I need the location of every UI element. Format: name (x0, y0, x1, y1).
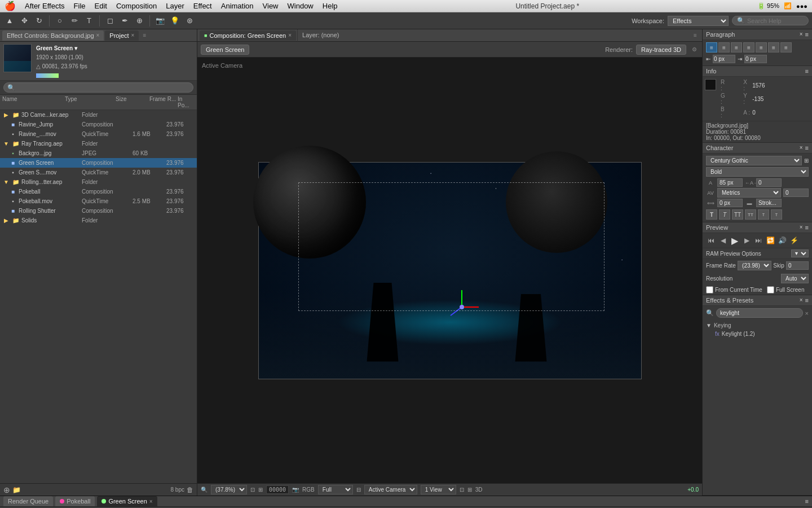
col-header-name[interactable]: Name (2, 96, 65, 108)
font-style-select[interactable]: Bold Regular Italic (706, 167, 809, 177)
skip-forward-btn[interactable]: ⏭ (753, 235, 764, 246)
font-size-field[interactable] (717, 178, 743, 187)
panel-menu-icon[interactable]: ≡ (805, 224, 809, 231)
new-folder-icon[interactable]: 📁 (12, 486, 21, 494)
tab-render-queue[interactable]: Render Queue (3, 496, 53, 506)
align-center-btn[interactable]: ≡ (718, 42, 730, 52)
smallcaps-btn[interactable]: TT (745, 209, 756, 220)
resolution-select[interactable]: Auto Full Half (781, 274, 809, 283)
character-header[interactable]: Character × ≡ (703, 143, 812, 154)
zoom-select[interactable]: (37.8%) 50% 100% (211, 485, 247, 494)
keying-group[interactable]: ▼ Keying (706, 321, 809, 330)
render-icon[interactable]: ⊡ (460, 487, 464, 493)
list-item[interactable]: ▼ 📁 Ray Tracing.aep Folder (0, 139, 197, 148)
panel-menu-icon[interactable]: ≡ (805, 68, 809, 75)
close-icon[interactable]: × (800, 297, 803, 304)
tool-puppet[interactable]: ⊛ (183, 15, 196, 27)
col-header-size[interactable]: Size (116, 96, 149, 108)
effects-header[interactable]: Effects & Presets × ≡ (703, 295, 812, 306)
step-back-btn[interactable]: ◀ (718, 235, 728, 246)
new-comp-icon[interactable]: ⊕ (3, 485, 10, 494)
menu-edit[interactable]: Edit (95, 2, 107, 10)
indent-left-field[interactable] (713, 55, 735, 63)
col-header-inpoint[interactable]: In Po... (178, 96, 195, 108)
draft-btn[interactable]: ⚡ (789, 235, 799, 246)
menu-effect[interactable]: Effect (193, 2, 212, 10)
font-menu-icon[interactable]: ⊞ (804, 157, 809, 164)
tab-green-screen[interactable]: Green Screen × (97, 496, 157, 506)
close-icon[interactable]: × (131, 32, 135, 38)
menu-aftereffects[interactable]: After Effects (25, 2, 65, 10)
from-current-checkbox[interactable] (706, 286, 713, 294)
snapshot-icon[interactable]: 📷 (292, 487, 299, 493)
justify-all-btn[interactable]: ≡ (780, 42, 792, 52)
kerning-field[interactable] (783, 189, 809, 197)
full-screen-label[interactable]: Full Screen (767, 286, 805, 294)
tool-select[interactable]: ▲ (3, 15, 16, 27)
menu-view[interactable]: View (263, 2, 279, 10)
tool-rotate[interactable]: ↻ (33, 15, 45, 27)
list-item[interactable]: ■ Rolling Shutter Composition 23.976 (0, 206, 197, 216)
grid-icon[interactable]: ⊞ (467, 487, 472, 493)
close-icon[interactable]: × (800, 224, 803, 231)
show-channel[interactable]: RGB (302, 487, 315, 493)
preview-header[interactable]: Preview × ≡ (703, 222, 812, 233)
tab-project[interactable]: Project × (105, 30, 139, 41)
close-icon[interactable]: × (149, 498, 153, 505)
italic-btn[interactable]: T (719, 209, 730, 220)
list-item[interactable]: ■ Green Screen Composition 23.976 (0, 158, 197, 168)
menu-window[interactable]: Window (288, 2, 314, 10)
list-item[interactable]: ▪ Pokeball.mov QuickTime 2.5 MB 23.976 (0, 196, 197, 206)
col-header-fps[interactable]: Frame R... (149, 96, 178, 108)
keylight-item[interactable]: fx Keylight (1.2) (706, 330, 809, 338)
project-search-input[interactable] (3, 82, 193, 93)
tool-light[interactable]: 💡 (169, 15, 181, 27)
delete-icon[interactable]: 🗑 (187, 486, 193, 494)
menu-animation[interactable]: Animation (221, 2, 254, 10)
tool-ellipse[interactable]: ○ (54, 15, 66, 27)
settings-icon[interactable]: ⚙ (690, 45, 699, 54)
list-item[interactable]: ▪ Ravine_....mov QuickTime 1.6 MB 23.976 (0, 129, 197, 139)
tool-pen[interactable]: ✏ (68, 15, 81, 27)
justify-right-btn[interactable]: ≡ (768, 42, 779, 52)
3d-icon[interactable]: 3D (475, 487, 483, 493)
ram-preview-header[interactable]: RAM Preview Options ▼ (703, 248, 812, 259)
panel-menu-icon[interactable]: ≡ (140, 31, 149, 40)
audio-btn[interactable]: 🔊 (777, 235, 787, 246)
close-icon[interactable]: × (288, 32, 292, 38)
full-screen-checkbox[interactable] (767, 286, 774, 294)
tool-shape[interactable]: ◻ (104, 15, 116, 27)
from-current-label[interactable]: From Current Time (706, 286, 762, 294)
panel-menu-icon[interactable]: ≡ (805, 297, 809, 304)
horizontal-scale-field[interactable] (717, 199, 743, 207)
metrics-select[interactable]: Metrics Optical (717, 188, 781, 198)
paragraph-header[interactable]: Paragraph × ≡ (703, 29, 812, 40)
panel-menu-icon[interactable]: ≡ (805, 144, 809, 151)
list-item[interactable]: ▪ Backgro...jpg JPEG 60 KB (0, 148, 197, 158)
renderer-value[interactable]: Ray-traced 3D (636, 45, 686, 55)
list-item[interactable]: ▶ 📁 Solids Folder (0, 216, 197, 225)
info-header[interactable]: Info ≡ (703, 66, 812, 77)
effects-search-input[interactable] (716, 308, 803, 318)
tab-pokeball[interactable]: Pokeball (55, 496, 95, 506)
list-item[interactable]: ■ Pokeball Composition 23.976 (0, 187, 197, 196)
close-icon[interactable]: × (96, 32, 100, 38)
menu-composition[interactable]: Composition (116, 2, 157, 10)
indent-right-field[interactable] (744, 55, 767, 63)
align-left-btn[interactable]: ≡ (706, 42, 717, 52)
quality-select[interactable]: Full Half Third Quarter (318, 485, 353, 494)
justify-btn[interactable]: ≡ (743, 42, 754, 52)
tool-camera[interactable]: 📷 (154, 15, 166, 27)
list-item[interactable]: ▼ 📁 Rolling...tter.aep Folder (0, 177, 197, 187)
panel-menu-icon[interactable]: ≡ (805, 31, 809, 38)
apple-menu[interactable]: 🍎 (5, 1, 16, 11)
skip-field[interactable] (786, 261, 809, 270)
menu-file[interactable]: File (74, 2, 86, 10)
tool-paint[interactable]: ✒ (118, 15, 131, 27)
comp-viewport[interactable]: Active Camera (197, 58, 702, 483)
comp-name-btn[interactable]: Green Screen (201, 45, 249, 55)
sub-btn[interactable]: T (771, 209, 782, 220)
tab-layer[interactable]: Layer: (none) (297, 29, 343, 42)
font-family-select[interactable]: Century Gothic (706, 156, 802, 165)
view-select[interactable]: 1 View 2 Views 4 Views (421, 485, 456, 494)
